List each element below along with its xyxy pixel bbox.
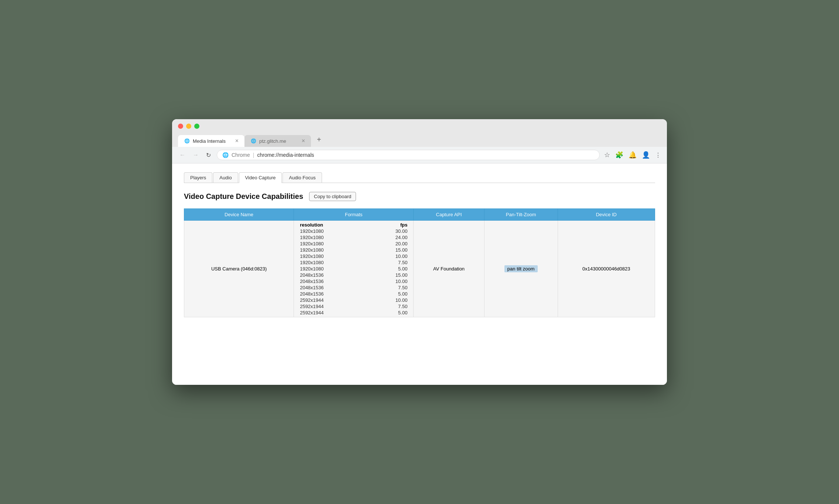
format-fps: 10.00 <box>395 297 408 303</box>
extensions-icon[interactable]: 🧩 <box>615 151 623 159</box>
security-icon: 🌐 <box>222 152 229 158</box>
format-fps: 7.50 <box>395 304 408 309</box>
col-header-device-name: Device Name <box>184 209 294 221</box>
format-resolution: 2592x1944 <box>300 310 390 315</box>
col-header-device-id: Device ID <box>558 209 655 221</box>
tab-label-2: ptz.glitch.me <box>259 138 286 144</box>
tab-label: Media Internals <box>193 138 226 144</box>
format-resolution: 1920x1080 <box>300 260 390 265</box>
address-field[interactable]: 🌐 Chrome | chrome://media-internals <box>217 150 600 160</box>
format-resolution: 1920x1080 <box>300 266 390 272</box>
format-resolution: 2592x1944 <box>300 297 390 303</box>
reload-button[interactable]: ↻ <box>205 150 212 160</box>
format-resolution: 2048x1536 <box>300 279 390 284</box>
col-header-formats: Formats <box>294 209 414 221</box>
cell-formats: resolutionfps1920x108030.001920x108024.0… <box>294 221 414 317</box>
format-fps: 7.50 <box>395 285 408 290</box>
url-display: chrome://media-internals <box>257 152 314 158</box>
address-bar-row: ← → ↻ 🌐 Chrome | chrome://media-internal… <box>172 147 667 163</box>
maximize-button[interactable] <box>194 124 199 129</box>
format-fps: 5.00 <box>395 266 408 272</box>
back-button[interactable]: ← <box>178 150 187 160</box>
cell-pan-tilt-zoom: pan tilt zoom <box>484 221 558 317</box>
toolbar-icons: ☆ 🧩 🔔 👤 ⋮ <box>604 151 661 159</box>
format-fps: 5.00 <box>395 310 408 315</box>
browser-window: 🌐 Media Internals × 🌐 ptz.glitch.me × + … <box>172 119 667 385</box>
tab-icon-2: 🌐 <box>250 138 256 144</box>
title-bar: 🌐 Media Internals × 🌐 ptz.glitch.me × + <box>172 119 667 147</box>
format-resolution: 1920x1080 <box>300 228 390 234</box>
format-resolution: 2048x1536 <box>300 272 390 278</box>
format-fps: 15.00 <box>395 247 408 253</box>
device-capabilities-table: Device Name Formats Capture API Pan-Tilt… <box>184 208 655 317</box>
format-fps: 20.00 <box>395 241 408 246</box>
traffic-lights <box>178 124 661 129</box>
browser-tab-active[interactable]: 🌐 Media Internals × <box>178 135 244 147</box>
tab-audio-focus[interactable]: Audio Focus <box>282 172 322 183</box>
format-fps: 10.00 <box>395 279 408 284</box>
tab-video-capture[interactable]: Video Capture <box>239 172 282 183</box>
section-title: Video Capture Device Capabilities <box>184 192 303 201</box>
format-fps: 30.00 <box>395 228 408 234</box>
format-resolution: 1920x1080 <box>300 241 390 246</box>
format-resolution: 2048x1536 <box>300 285 390 290</box>
forward-button[interactable]: → <box>191 150 200 160</box>
format-resolution: 1920x1080 <box>300 253 390 259</box>
notifications-icon[interactable]: 🔔 <box>629 151 637 159</box>
star-icon[interactable]: ☆ <box>604 151 610 159</box>
format-resolution: 2048x1536 <box>300 291 390 297</box>
tabs-bar: 🌐 Media Internals × 🌐 ptz.glitch.me × + <box>178 132 661 147</box>
profile-icon[interactable]: 👤 <box>642 151 650 159</box>
format-resolution: 2592x1944 <box>300 304 390 309</box>
cell-device-name: USB Camera (046d:0823) <box>184 221 294 317</box>
tab-close-icon[interactable]: × <box>235 138 239 144</box>
format-fps: 5.00 <box>395 291 408 297</box>
chrome-prefix: Chrome <box>232 152 250 158</box>
col-header-capture-api: Capture API <box>414 209 484 221</box>
page-tabs: Players Audio Video Capture Audio Focus <box>184 172 655 183</box>
format-fps: 10.00 <box>395 253 408 259</box>
browser-tab-inactive[interactable]: 🌐 ptz.glitch.me × <box>244 135 311 147</box>
format-fps: 7.50 <box>395 260 408 265</box>
new-tab-button[interactable]: + <box>314 132 324 147</box>
tab-players[interactable]: Players <box>184 172 212 183</box>
format-resolution: 1920x1080 <box>300 247 390 253</box>
tab-icon: 🌐 <box>184 138 190 144</box>
tab-close-icon-2[interactable]: × <box>302 138 305 144</box>
cell-device-id: 0x14300000046d0823 <box>558 221 655 317</box>
menu-icon[interactable]: ⋮ <box>655 152 661 159</box>
format-fps: 15.00 <box>395 272 408 278</box>
col-header-pan-tilt: Pan-Tilt-Zoom <box>484 209 558 221</box>
copy-to-clipboard-button[interactable]: Copy to clipboard <box>309 192 356 201</box>
format-fps: 24.00 <box>395 235 408 240</box>
close-button[interactable] <box>178 124 183 129</box>
format-resolution: 1920x1080 <box>300 235 390 240</box>
cell-capture-api: AV Foundation <box>414 221 484 317</box>
tab-audio[interactable]: Audio <box>213 172 238 183</box>
page-content: Players Audio Video Capture Audio Focus … <box>172 163 667 385</box>
minimize-button[interactable] <box>186 124 191 129</box>
section-heading: Video Capture Device Capabilities Copy t… <box>184 192 655 201</box>
